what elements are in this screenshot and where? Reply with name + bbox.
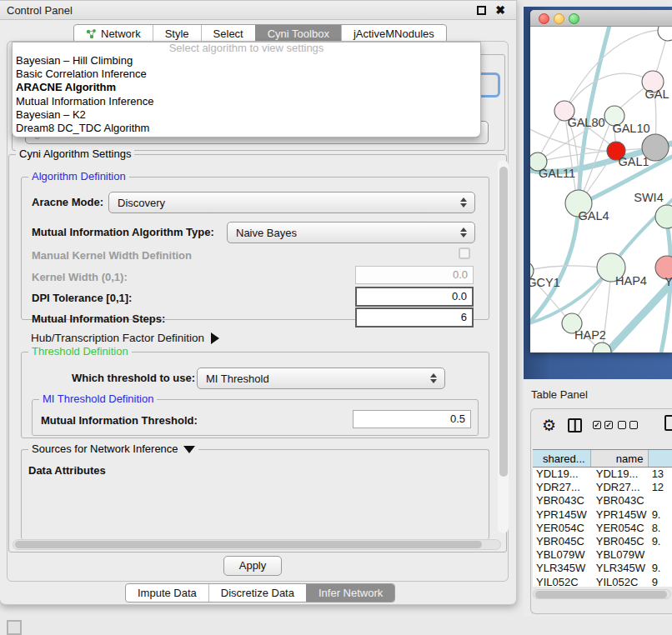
collapsed-panel-handle[interactable] [7, 620, 22, 635]
zoom-traffic-light[interactable] [569, 13, 579, 24]
dropdown-item[interactable]: Bayesian – K2 [13, 108, 480, 122]
mi-steps-label: Mutual Information Steps: [32, 312, 165, 325]
table-cell: 9. [649, 562, 672, 575]
table-row[interactable]: YBR045CYBR045C9. [533, 535, 672, 548]
table-row[interactable]: YIL052CYIL052C9 [533, 576, 672, 588]
tab-impute-data[interactable]: Impute Data [126, 584, 208, 602]
columns-icon[interactable] [568, 418, 582, 432]
gear-icon[interactable]: ⚙ [542, 416, 556, 434]
sources-title: Sources for Network Inference [32, 442, 178, 455]
network-canvas[interactable]: GALGAL80GAL10GAL1GAL11SWI4GAL4GCY1HAP4YH… [530, 27, 672, 352]
expand-arrow-icon[interactable] [211, 332, 219, 344]
network-window-titlebar[interactable] [530, 10, 672, 27]
table-cell: YBR045C [533, 535, 591, 548]
table-row[interactable]: YPR145WYPR145W9. [533, 508, 672, 522]
close-traffic-light[interactable] [539, 13, 549, 24]
table-cell: YPR145W [591, 508, 649, 522]
tab-network[interactable]: Network [74, 25, 153, 42]
node-label: GAL [644, 88, 669, 101]
dropdown-item-selected[interactable]: ARACNE Algorithm [13, 81, 480, 94]
group-title: Algorithm Definition [28, 171, 129, 182]
node-label: GAL4 [578, 209, 609, 222]
tab-infer-network[interactable]: Infer Network [306, 584, 394, 602]
horizontal-scrollbar[interactable] [13, 539, 501, 550]
table-row[interactable]: YER054CYER054C8. [533, 522, 672, 535]
node-label: GCY1 [530, 276, 560, 289]
page-icon[interactable] [664, 415, 672, 431]
dropdown-item[interactable]: Mutual Information Inference [13, 95, 480, 108]
mi-threshold-field[interactable]: 0.5 [353, 410, 471, 428]
group-title: Cyni Algorithm Settings [16, 148, 134, 160]
table-row[interactable]: YDR27...YDR27...12 [533, 481, 672, 494]
tab-jactivemnodules[interactable]: jActiveMNodules [341, 25, 446, 42]
table-row[interactable]: YLR345WYLR345W9. [533, 562, 672, 575]
which-threshold-combo[interactable]: MI Threshold [197, 368, 445, 389]
tab-cyni-toolbox[interactable]: Cyni Toolbox [255, 25, 341, 42]
mi-type-combo[interactable]: Naive Bayes [227, 222, 475, 243]
table-horizontal-scrollbar[interactable] [533, 589, 671, 599]
hub-definition-label: Hub/Transcription Factor Definition [31, 332, 204, 344]
dropdown-item[interactable]: Basic Correlation Inference [13, 68, 480, 81]
table-panel-window: Table Panel ⚙ ✓✓ shared...name YDL19...Y… [524, 379, 672, 617]
tab-select[interactable]: Select [201, 25, 255, 42]
screen: Control Panel ✖ Network Style Select Cyn… [0, 0, 672, 635]
table-cell: 9. [649, 508, 672, 522]
checked-pair-icon[interactable]: ✓✓ [593, 421, 613, 429]
tab-style[interactable]: Style [153, 25, 201, 42]
network-node[interactable] [642, 134, 669, 161]
aracne-mode-combo[interactable]: Discovery [108, 192, 475, 213]
table-cell: 9 [649, 576, 672, 588]
desktop-background: GALGAL80GAL10GAL1GAL11SWI4GAL4GCY1HAP4YH… [524, 7, 672, 379]
node-label: GAL1 [618, 155, 649, 168]
column-header[interactable] [649, 450, 672, 467]
scrollbar-thumb[interactable] [535, 591, 667, 598]
column-header[interactable]: shared... [533, 450, 591, 467]
table-cell: 12 [649, 481, 672, 494]
table-row[interactable]: YBL079WYBL079W [533, 548, 672, 562]
network-node[interactable] [655, 205, 672, 228]
column-header[interactable]: name [591, 450, 649, 467]
cyni-algorithm-settings-group: Cyni Algorithm Settings Algorithm Defini… [8, 154, 507, 552]
table-header-row: shared...name [533, 449, 672, 468]
manual-kernel-checkbox[interactable] [459, 248, 470, 259]
unchecked-pair-icon[interactable] [618, 421, 638, 429]
group-title: Sources for Network Inference [28, 443, 198, 455]
vertical-scrollbar[interactable] [498, 160, 509, 533]
mi-type-value: Naive Bayes [236, 227, 297, 239]
network-view-window: GALGAL80GAL10GAL1GAL11SWI4GAL4GCY1HAP4YH… [530, 10, 672, 352]
close-icon[interactable]: ✖ [495, 3, 505, 17]
group-title: Threshold Definition [28, 346, 132, 358]
node-table[interactable]: shared...name YDL19...YDL19...13YDR27...… [533, 449, 672, 587]
table-cell: YDL19... [533, 468, 591, 481]
collapse-arrow-icon[interactable] [183, 446, 195, 453]
which-threshold-value: MI Threshold [206, 372, 269, 385]
dropdown-item[interactable]: Dream8 DC_TDC Algorithm [13, 122, 480, 135]
mi-threshold-group: MI Threshold Definition Mutual Informati… [32, 399, 479, 436]
table-row[interactable]: YBR043CYBR043C [533, 494, 672, 508]
control-panel-titlebar[interactable]: Control Panel ✖ [0, 1, 516, 20]
node-label: GAL11 [539, 167, 575, 180]
combo-arrows-icon [460, 228, 467, 238]
aracne-mode-value: Discovery [118, 197, 165, 209]
algorithm-definition-group: Algorithm Definition Aracne Mode: Discov… [21, 177, 489, 320]
dpi-tolerance-field[interactable]: 0.0 [355, 287, 474, 307]
hub-definition-section[interactable]: Hub/Transcription Factor Definition [31, 332, 219, 344]
dropdown-item[interactable]: Bayesian – Hill Climbing [13, 54, 480, 68]
mi-type-label: Mutual Information Algorithm Type: [32, 226, 214, 238]
scrollbar-thumb[interactable] [15, 541, 482, 548]
table-row[interactable]: YDL19...YDL19...13 [533, 468, 672, 481]
apply-button[interactable]: Apply [223, 556, 282, 576]
table-cell [649, 548, 672, 562]
table-cell: YBL079W [591, 548, 649, 562]
float-window-icon[interactable] [477, 6, 486, 15]
minimize-traffic-light[interactable] [554, 13, 564, 24]
mi-steps-field[interactable]: 6 [355, 308, 474, 328]
combo-arrows-icon [460, 198, 467, 208]
network-node[interactable] [593, 342, 611, 352]
scrollbar-thumb[interactable] [499, 167, 508, 477]
dropdown-header: Select algorithm to view settings [13, 42, 480, 54]
kernel-width-field[interactable]: 0.0 [355, 266, 474, 284]
bottom-tab-bar: Impute Data Discretize Data Infer Networ… [125, 583, 395, 602]
network-node[interactable] [658, 27, 672, 41]
tab-discretize-data[interactable]: Discretize Data [208, 584, 306, 602]
